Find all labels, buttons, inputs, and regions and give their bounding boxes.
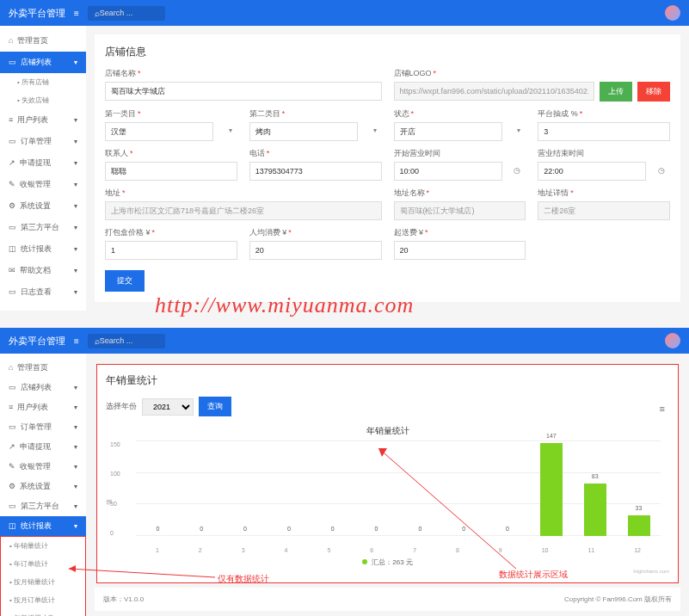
nav-icon: ▭	[9, 223, 16, 231]
topbar: 外卖平台管理 ≡ ⌕	[0, 0, 689, 26]
sidebar-item[interactable]: ◫统计报表▾	[0, 516, 86, 536]
sidebar-2: ⌂管理首页▭店铺列表▾≡用户列表▾▭订单管理▾↗申请提现▾✎收银管理▾⚙系统设置…	[0, 354, 86, 616]
logo-url-input	[394, 82, 595, 101]
search-box-2[interactable]: ⌕	[88, 334, 165, 348]
sidebar-sub-item[interactable]: • 所有店铺	[0, 73, 86, 91]
addr-short-input[interactable]	[394, 201, 526, 220]
phone-input[interactable]	[249, 162, 382, 181]
brand-text: 外卖平台管理	[9, 7, 65, 20]
close-time-input[interactable]	[538, 162, 646, 181]
chart-bar[interactable]: 147	[540, 443, 563, 536]
chart-bar[interactable]: 33	[628, 515, 650, 536]
sidebar-sub-item[interactable]: • 年新增用户数	[1, 609, 85, 616]
sidebar-sub-item[interactable]: • 失效店铺	[0, 91, 86, 109]
sidebar-item[interactable]: ⚙系统设置▾	[0, 477, 86, 496]
screenshot-1: 外卖平台管理 ≡ ⌕ ⌂管理首页▭店铺列表▾• 所有店铺• 失效店铺≡用户列表▾…	[0, 0, 689, 311]
sidebar-item[interactable]: ▭日志查看▾	[0, 281, 86, 303]
nav-icon: ↗	[9, 442, 15, 451]
copyright-text: Copyright © Fan996.Com 版权所有	[564, 594, 672, 604]
sidebar-sub-item[interactable]: • 按月销量统计	[1, 573, 85, 591]
bar-value-label: 0	[462, 526, 465, 532]
submit-button[interactable]: 提交	[105, 270, 145, 292]
nav-icon: ⚙	[9, 482, 15, 490]
sidebar-item[interactable]: ✎收银管理▾	[0, 174, 86, 195]
hamburger-icon[interactable]: ≡	[74, 9, 79, 18]
panel-title: 店铺信息	[105, 45, 670, 59]
x-tick-label: 10	[542, 547, 549, 553]
chevron-down-icon: ▾	[74, 423, 77, 431]
sidebar-item[interactable]: ▭店铺列表▾	[0, 52, 86, 73]
sidebar-item[interactable]: ▭第三方平台▾	[0, 496, 86, 516]
sidebar: ⌂管理首页▭店铺列表▾• 所有店铺• 失效店铺≡用户列表▾▭订单管理▾↗申请提现…	[0, 26, 86, 311]
bar-value-label: 83	[592, 473, 599, 479]
year-select[interactable]: 2021	[142, 398, 194, 416]
sidebar-sub-item[interactable]: • 年销量统计	[1, 537, 85, 555]
chart-menu-icon[interactable]: ≡	[660, 403, 665, 414]
sidebar-item[interactable]: ↗申请提现▾	[0, 437, 86, 457]
year-label: 选择年份	[106, 401, 137, 412]
upload-button[interactable]: 上传	[600, 82, 632, 102]
cat2-select[interactable]	[249, 122, 358, 141]
sidebar-item[interactable]: ✎收银管理▾	[0, 457, 86, 477]
sidebar-sub-item[interactable]: • 按月订单统计	[1, 591, 85, 609]
avatar-2[interactable]	[665, 333, 680, 348]
field-close-time: 营业结束时间	[538, 148, 670, 181]
sidebar-item[interactable]: ⌂管理首页	[0, 30, 86, 52]
sidebar-item[interactable]: ✉帮助文档▾	[0, 260, 86, 281]
sidebar-item[interactable]: ↗申请提现▾	[0, 152, 86, 174]
chevron-down-icon: ▾	[74, 202, 77, 210]
chart-bar[interactable]: 83	[584, 484, 606, 536]
chevron-down-icon: ▾	[74, 59, 77, 66]
hamburger-icon-2[interactable]: ≡	[74, 336, 79, 346]
watermark-text: http://www.miyuanma.com	[155, 293, 414, 318]
sidebar-item[interactable]: ▭第三方平台▾	[0, 217, 86, 238]
field-shop-name: 店铺名称*	[105, 68, 382, 102]
sidebar-item[interactable]: ▭店铺列表▾	[0, 378, 86, 397]
bar-value-label: 33	[636, 505, 643, 511]
bar-value-label: 0	[331, 526, 335, 532]
shop-info-panel: 店铺信息 店铺名称* 店铺LOGO* 上传 移除	[95, 34, 680, 302]
field-status: 状态*	[394, 108, 526, 141]
open-time-input[interactable]	[394, 162, 502, 181]
chevron-down-icon: ▾	[74, 159, 77, 167]
annotation-text-2: 数据统计展示区域	[499, 569, 568, 581]
field-shop-logo: 店铺LOGO* 上传 移除	[394, 68, 671, 102]
status-select[interactable]	[394, 122, 502, 141]
nav-icon: ⌂	[9, 363, 13, 372]
sidebar-item[interactable]: ⌂管理首页	[0, 358, 86, 378]
chevron-down-icon: ▾	[74, 502, 77, 510]
query-button[interactable]: 查询	[199, 397, 231, 416]
footer: 版本：V1.0.0 Copyright © Fan996.Com 版权所有	[95, 588, 680, 611]
nav-icon: ▭	[9, 383, 16, 391]
sidebar-item[interactable]: ≡用户列表▾	[0, 109, 86, 131]
pack-fee-input[interactable]	[105, 241, 237, 260]
search-input-2[interactable]	[100, 336, 151, 345]
shop-name-input[interactable]	[105, 82, 382, 101]
sidebar-item[interactable]: ⚙系统设置▾	[0, 195, 86, 217]
cat1-select[interactable]	[105, 122, 213, 141]
sidebar-item[interactable]: ◫统计报表▾	[0, 238, 86, 260]
remove-button[interactable]: 移除	[637, 82, 670, 102]
chevron-down-icon: ▾	[74, 267, 77, 274]
address-input[interactable]	[105, 201, 382, 220]
bar-value-label: 147	[546, 433, 557, 439]
contact-input[interactable]	[105, 162, 237, 181]
avg-cost-input[interactable]	[249, 241, 382, 260]
addr-detail-input[interactable]	[538, 201, 670, 220]
nav-icon: ✎	[9, 462, 15, 471]
nav-icon: ◫	[9, 521, 16, 530]
sidebar-item[interactable]: ▭订单管理▾	[0, 417, 86, 437]
commission-input[interactable]	[538, 122, 670, 141]
search-box[interactable]: ⌕	[88, 6, 165, 21]
chevron-down-icon: ▾	[74, 224, 77, 231]
sidebar-item[interactable]: ▭订单管理▾	[0, 131, 86, 152]
sidebar-sub-item[interactable]: • 年订单统计	[1, 555, 85, 573]
field-open-time: 开始营业时间	[394, 148, 526, 181]
start-fee-input[interactable]	[394, 241, 526, 260]
x-tick-label: 12	[634, 547, 641, 553]
field-commission: 平台抽成 %*	[538, 108, 670, 141]
avatar[interactable]	[665, 5, 680, 21]
search-input[interactable]	[100, 9, 151, 17]
nav-icon: ≡	[9, 403, 13, 411]
sidebar-item[interactable]: ≡用户列表▾	[0, 397, 86, 417]
